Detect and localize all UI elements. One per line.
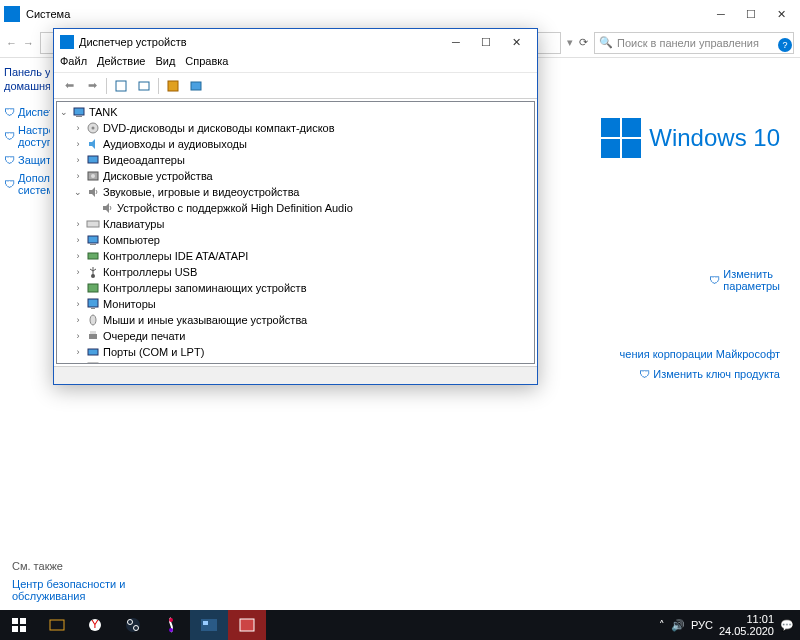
svg-rect-35 [12,626,18,632]
device-tree[interactable]: ⌄TANK›DVD-дисководы и дисководы компакт-… [56,101,535,364]
svg-rect-11 [87,221,99,227]
taskbar-item-active[interactable] [228,610,266,640]
tool-btn[interactable] [133,76,155,96]
dropdown-icon[interactable]: ▾ [567,36,573,49]
control-panel-titlebar: Система ─ ☐ ✕ [0,0,800,28]
tree-node[interactable]: ›Очереди печати [59,328,532,344]
svg-point-22 [90,315,96,325]
ms-link[interactable]: чения корпорации Майкрософт [620,348,780,360]
tree-node[interactable]: ›Контроллеры запоминающих устройств [59,280,532,296]
expand-icon[interactable]: › [73,331,83,341]
menu-file[interactable]: Файл [60,55,87,72]
taskbar-item[interactable] [152,610,190,640]
tray-notifications-icon[interactable]: 💬 [780,619,794,632]
expand-icon[interactable]: › [73,123,83,133]
menu-action[interactable]: Действие [97,55,145,72]
security-center-link[interactable]: Центр безопасности и обслуживания [12,578,125,602]
taskbar-item[interactable] [114,610,152,640]
help-icon[interactable]: ? [778,38,792,52]
sidebar-item[interactable]: 🛡Защита с [4,154,46,166]
expand-icon[interactable]: ⌄ [73,187,83,197]
tray-volume-icon[interactable]: 🔊 [671,619,685,632]
tree-node[interactable]: ›Видеоадаптеры [59,152,532,168]
tree-node[interactable]: ›Порты (COM и LPT) [59,344,532,360]
tree-node[interactable]: ›Клавиатуры [59,216,532,232]
back-button[interactable]: ← [6,37,17,49]
tray-lang[interactable]: РУС [691,619,713,631]
mouse-icon [85,313,101,327]
node-label: DVD-дисководы и дисководы компакт-дисков [103,122,335,134]
sidebar-item[interactable]: 🛡Настройк доступа [4,124,46,148]
tree-node[interactable]: ›Мыши и иные указывающие устройства [59,312,532,328]
expand-icon[interactable]: › [73,171,83,181]
node-label: Компьютер [103,234,160,246]
windows-logo: Windows 10 [601,118,780,158]
svg-rect-37 [50,620,64,630]
expand-icon[interactable]: › [73,155,83,165]
tree-node[interactable]: ›Аудиовходы и аудиовыходы [59,136,532,152]
tool-btn[interactable] [162,76,184,96]
print-icon [85,329,101,343]
svg-rect-19 [88,284,98,292]
tree-node[interactable]: ›Компьютер [59,232,532,248]
expand-icon[interactable]: › [73,299,83,309]
tree-node[interactable]: ›Контроллеры IDE ATA/ATAPI [59,248,532,264]
tool-btn[interactable] [185,76,207,96]
node-label: Контроллеры USB [103,266,197,278]
tree-node[interactable]: ›Программные устройства [59,360,532,364]
node-label: Очереди печати [103,330,186,342]
taskbar-item[interactable]: Y [76,610,114,640]
taskbar-item[interactable] [190,610,228,640]
sidebar-item[interactable]: 🛡Дополни системы [4,172,46,196]
tree-node[interactable]: Устройство с поддержкой High Definition … [59,200,532,216]
menu-view[interactable]: Вид [155,55,175,72]
tree-node[interactable]: ⌄Звуковые, игровые и видеоустройства [59,184,532,200]
windows-logo-icon [601,118,641,158]
tree-node[interactable]: ›Мониторы [59,296,532,312]
close-button[interactable]: ✕ [501,30,531,54]
expand-icon[interactable]: › [73,363,83,364]
sidebar-item[interactable]: 🛡Диспетч [4,106,46,118]
taskbar-item[interactable] [38,610,76,640]
expand-icon[interactable]: › [73,219,83,229]
expand-icon[interactable]: › [73,283,83,293]
node-label: Устройство с поддержкой High Definition … [117,202,353,214]
tray-clock[interactable]: 11:01 24.05.2020 [719,613,774,637]
expand-icon[interactable]: › [73,347,83,357]
expand-icon[interactable]: › [73,139,83,149]
tree-node[interactable]: ›Дисковые устройства [59,168,532,184]
svg-rect-5 [76,116,82,117]
close-button[interactable]: ✕ [766,2,796,26]
refresh-button[interactable]: ⟳ [579,36,588,49]
soft-icon [85,361,101,364]
tray-chevron-icon[interactable]: ˄ [659,619,665,632]
expand-icon[interactable]: › [73,267,83,277]
product-key-link[interactable]: 🛡Изменить ключ продукта [639,368,780,380]
menu-help[interactable]: Справка [185,55,228,72]
node-label: Аудиовходы и аудиовыходы [103,138,247,150]
sound-icon [99,201,115,215]
tree-root[interactable]: ⌄TANK [59,104,532,120]
search-input[interactable]: 🔍 Поиск в панели управления [594,32,794,54]
svg-rect-20 [88,299,98,307]
back-button[interactable]: ⬅ [58,76,80,96]
minimize-button[interactable]: ─ [441,30,471,54]
system-tray[interactable]: ˄ 🔊 РУС 11:01 24.05.2020 💬 [659,613,800,637]
tree-node[interactable]: ›DVD-дисководы и дисководы компакт-диско… [59,120,532,136]
svg-rect-26 [88,363,98,364]
svg-rect-3 [191,82,201,90]
forward-button[interactable]: ➡ [81,76,103,96]
change-settings-link[interactable]: 🛡Изменить параметры [709,268,780,292]
expand-icon[interactable]: › [73,251,83,261]
minimize-button[interactable]: ─ [706,2,736,26]
expand-icon[interactable]: › [73,235,83,245]
tool-btn[interactable] [110,76,132,96]
start-button[interactable] [0,610,38,640]
tree-node[interactable]: ›Контроллеры USB [59,264,532,280]
maximize-button[interactable]: ☐ [471,30,501,54]
sidebar: Панель у домашня 🛡Диспетч 🛡Настройк дост… [0,58,50,610]
expand-icon[interactable]: › [73,315,83,325]
maximize-button[interactable]: ☐ [736,2,766,26]
display-icon [85,153,101,167]
forward-button[interactable]: → [23,37,34,49]
